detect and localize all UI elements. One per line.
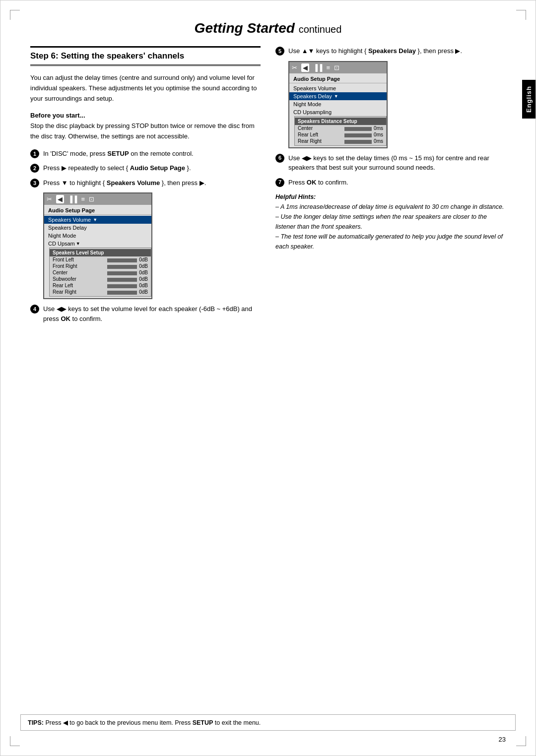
icon-speaker: ◀ <box>56 195 64 203</box>
step-3-number: 3 <box>30 179 39 188</box>
step-7-number: 7 <box>275 178 284 187</box>
screen-menu-label: Audio Setup Page <box>44 206 151 215</box>
step-6-number: 6 <box>275 154 284 163</box>
section-title: Step 6: Setting the speakers' channels <box>30 46 261 66</box>
step-5-screen: ✂ ◀ ▐▐ ≡ ⊡ Audio Setup Page Speakers Vol… <box>288 61 388 148</box>
step5-menu-item-0: Speakers Volume <box>289 84 387 92</box>
intro-text: You can adjust the delay times (centre a… <box>30 73 261 104</box>
step-3-screen: ✂ ◀ ▐▐ ≡ ⊡ Audio Setup Page Speakers Vol… <box>43 192 152 299</box>
step-6: 6 Use ◀▶ keys to set the delay times (0 … <box>275 153 506 173</box>
hint-2: – Use the longer delay time settings whe… <box>275 213 487 230</box>
step5-icon-pause: ▐▐ <box>313 64 322 71</box>
step-4: 4 Use ◀▶ keys to set the volume level fo… <box>30 304 261 323</box>
step-2: 2 Press ▶ repeatedly to select { Audio S… <box>30 163 261 173</box>
step5-submenu-row-2: Rear Right 0ms <box>295 138 386 144</box>
tips-bar: TIPS: Press ◀ to go back to the previous… <box>20 714 516 731</box>
tips-label: TIPS: <box>28 719 44 726</box>
main-content: Step 6: Setting the speakers' channels Y… <box>30 46 506 328</box>
helpful-hints: Helpful Hints: – A 1ms increase/decrease… <box>275 192 506 252</box>
step5-screen-icons: ✂ ◀ ▐▐ ≡ ⊡ <box>289 62 387 73</box>
icon-pause: ▐▐ <box>68 195 77 203</box>
step5-screen-menu: Audio Setup Page Speakers Volume Speaker… <box>289 73 387 147</box>
screen-submenu-row-2: Center 0dB <box>50 269 151 276</box>
screen-icons: ✂ ◀ ▐▐ ≡ ⊡ <box>44 193 151 205</box>
step5-submenu-title: Speakers Distance Setup <box>295 118 386 125</box>
hint-3: – The test tone will be automatically ge… <box>275 233 503 250</box>
step-4-content: Use ◀▶ keys to set the volume level for … <box>43 304 261 323</box>
screen-submenu-row-1: Front Right 0dB <box>50 263 151 269</box>
step-3-content: Press ▼ to highlight { Speakers Volume }… <box>43 178 261 188</box>
icon-scissors: ✂ <box>47 195 52 203</box>
step-1-content: In 'DISC' mode, press SETUP on the remot… <box>43 149 261 159</box>
screen-menu-item-3: CD Upsam▼ <box>44 240 151 248</box>
before-start-text: Stop the disc playback by pressing STOP … <box>30 122 255 140</box>
step5-icon-scissors: ✂ <box>292 64 297 71</box>
before-start-label: Before you start... <box>30 112 85 119</box>
tips-text: Press ◀ to go back to the previous menu … <box>45 719 261 726</box>
step-1-number: 1 <box>30 149 39 158</box>
screen-submenu-title: Speakers Level Setup <box>50 249 151 256</box>
screen-menu-item-1: Speakers Delay <box>44 224 151 232</box>
step-4-number: 4 <box>30 305 39 314</box>
hints-label: Helpful Hints: <box>275 193 316 200</box>
step-7-content: Press OK to confirm. <box>288 178 506 188</box>
step-6-content: Use ◀▶ keys to set the delay times (0 ms… <box>288 153 506 173</box>
step5-menu-item-3: CD Upsampling <box>289 108 387 116</box>
step5-submenu-row-1: Rear Left 0ms <box>295 131 386 138</box>
step-7: 7 Press OK to confirm. <box>275 178 506 188</box>
step-2-content: Press ▶ repeatedly to select { Audio Set… <box>43 163 261 173</box>
screen-menu: Audio Setup Page Speakers Volume Speaker… <box>44 205 151 298</box>
step5-menu-item-2: Night Mode <box>289 100 387 108</box>
screen-submenu: Speakers Level Setup Front Left 0dB Fron… <box>49 248 151 297</box>
icon-box: ⊡ <box>89 195 94 203</box>
step5-submenu: Speakers Distance Setup Center 0ms Rear … <box>294 116 387 146</box>
step-5: 5 Use ▲▼ keys to highlight { Speakers De… <box>275 46 506 56</box>
step5-icon-speaker: ◀ <box>301 63 309 72</box>
page-title: Getting Started continued <box>30 20 506 36</box>
screen-menu-item-0: Speakers Volume <box>44 216 151 224</box>
page-header: Getting Started continued <box>30 20 506 36</box>
screen-submenu-row-0: Front Left 0dB <box>50 256 151 263</box>
step5-icon-menu: ≡ <box>326 64 330 71</box>
screen-submenu-row-4: Rear Left 0dB <box>50 282 151 289</box>
icon-menu: ≡ <box>81 195 85 203</box>
step-1: 1 In 'DISC' mode, press SETUP on the rem… <box>30 149 261 159</box>
step5-menu-label: Audio Setup Page <box>289 75 387 83</box>
screen-menu-item-2: Night Mode <box>44 232 151 240</box>
page-container: English Getting Started continued Step 6… <box>0 0 536 756</box>
step-5-number: 5 <box>275 47 284 56</box>
step5-icon-box: ⊡ <box>334 64 339 71</box>
step-3: 3 Press ▼ to highlight { Speakers Volume… <box>30 178 261 188</box>
screen-submenu-row-5: Rear Right 0dB <box>50 289 151 295</box>
step-5-content: Use ▲▼ keys to highlight { Speakers Dela… <box>288 46 506 56</box>
before-start: Before you start... Stop the disc playba… <box>30 111 261 141</box>
page-number: 23 <box>499 736 506 743</box>
step5-menu-item-1: Speakers Delay <box>289 92 387 100</box>
left-column: Step 6: Setting the speakers' channels Y… <box>30 46 261 328</box>
right-column: 5 Use ▲▼ keys to highlight { Speakers De… <box>275 46 506 328</box>
step-2-number: 2 <box>30 164 39 173</box>
screen-submenu-row-3: Subwoofer 0dB <box>50 276 151 282</box>
language-tab: English <box>522 80 536 119</box>
step5-submenu-row-0: Center 0ms <box>295 125 386 131</box>
hint-1: – A 1ms increase/decrease of delay time … <box>275 203 504 210</box>
